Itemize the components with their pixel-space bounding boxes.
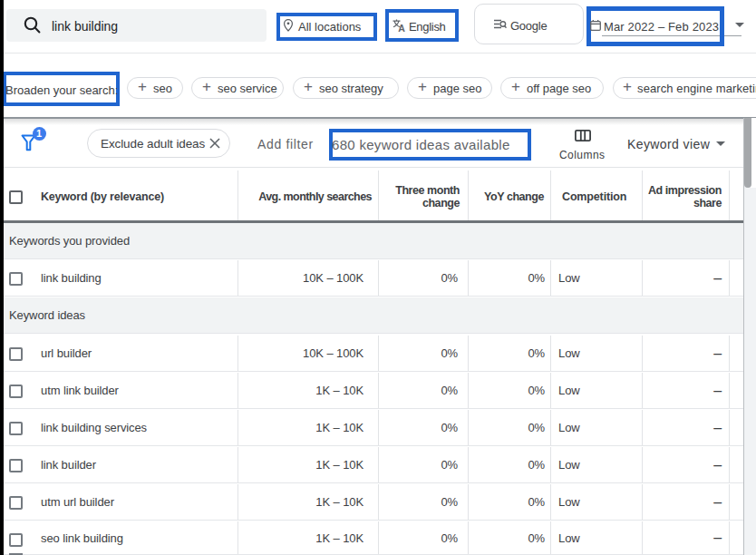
svg-text:A: A xyxy=(398,23,405,33)
